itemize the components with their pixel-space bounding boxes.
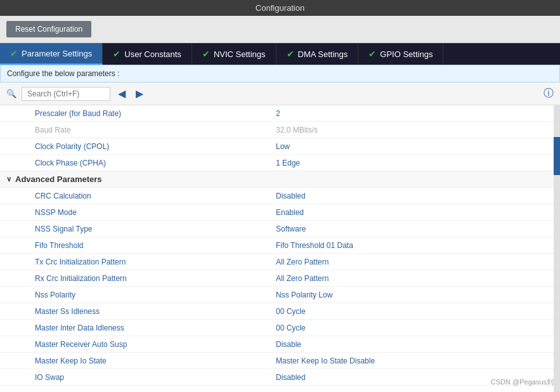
table-row: Rx Crc Initialization Pattern All Zero P… [0,270,554,287]
tab-label: GPIO Settings [380,49,433,59]
tab-label: User Constants [124,49,181,59]
table-row: Fifo Threshold Fifo Threshold 01 Data [0,237,554,254]
scrollbar-track[interactable] [554,105,560,392]
param-name: IO Swap [35,373,276,382]
table-row: Master Receiver Auto Susp Disable [0,336,554,353]
section-label: Advanced Parameters [15,174,102,184]
tab-parameter-settings[interactable]: ✔ Parameter Settings [0,43,103,65]
param-value: All Zero Pattern [276,274,329,283]
param-value: 32.0 MBits/s [276,126,318,134]
param-value: 00 Cycle [276,307,306,316]
tabs-bar: ✔ Parameter Settings ✔ User Constants ✔ … [0,43,560,65]
param-name: CRC Calculation [35,192,276,200]
table-row: NSS Signal Type Software [0,221,554,237]
advanced-params-list: CRC Calculation Disabled NSSP Mode Enabl… [0,188,554,386]
title-text: Configuration [256,3,304,13]
tab-check-icon: ✔ [287,49,294,59]
param-name: Rx Crc Initialization Pattern [35,274,276,283]
param-value: Software [276,225,306,233]
watermark: CSDN @Pegasus刘 [491,377,554,387]
param-name: NSSP Mode [35,208,276,217]
param-value: Disable [276,340,301,349]
table-row: Master Inter Data Idleness 00 Cycle [0,320,554,336]
table-row: Baud Rate 32.0 MBits/s [0,122,554,138]
param-value: Disabled [276,192,306,200]
param-name: NSS Signal Type [35,225,276,233]
param-name: Clock Phase (CPHA) [35,159,276,167]
info-button[interactable]: ⓘ [544,87,554,100]
content-area: Prescaler (for Baud Rate) 2 Baud Rate 32… [0,105,560,392]
search-icon: 🔍 [6,89,16,98]
tab-label: DMA Settings [298,49,348,59]
param-value: Disabled [276,373,306,382]
param-name: Master Inter Data Idleness [35,323,276,332]
search-bar: 🔍 ◀ ▶ ⓘ [0,82,560,105]
table-row: Clock Polarity (CPOL) Low [0,138,554,155]
tab-check-icon: ✔ [113,49,120,59]
param-value: Enabled [276,208,304,217]
scrollbar-thumb[interactable] [554,137,560,175]
table-row: IO Swap Disabled [0,369,554,386]
param-value: Fifo Threshold 01 Data [276,241,353,250]
tab-label: Parameter Settings [22,49,92,58]
tab-nvic-settings[interactable]: ✔ NVIC Settings [192,43,277,65]
table-row: CRC Calculation Disabled [0,188,554,204]
banner-text: Configure the below parameters : [7,69,119,78]
nav-next-button[interactable]: ▶ [133,86,146,101]
param-name: Fifo Threshold [35,241,276,250]
tab-dma-settings[interactable]: ✔ DMA Settings [277,43,359,65]
table-row: Clock Phase (CPHA) 1 Edge [0,155,554,171]
table-row: Tx Crc Initialization Pattern All Zero P… [0,254,554,270]
chevron-down-icon: ∨ [6,175,11,183]
reset-configuration-button[interactable]: Reset Configuration [6,21,91,37]
param-name: Master Receiver Auto Susp [35,340,276,349]
param-value: Nss Polarity Low [276,291,332,299]
tab-user-constants[interactable]: ✔ User Constants [103,43,192,65]
tab-gpio-settings[interactable]: ✔ GPIO Settings [358,43,443,65]
param-value: 2 [276,109,280,118]
table-row: Master Ss Idleness 00 Cycle [0,303,554,320]
param-name: Nss Polarity [35,291,276,299]
table-row: Prescaler (for Baud Rate) 2 [0,105,554,122]
section-header-advanced[interactable]: ∨ Advanced Parameters [0,171,554,188]
tab-check-icon: ✔ [10,48,18,58]
table-row: Master Keep Io State Master Keep Io Stat… [0,353,554,369]
nav-prev-button[interactable]: ◀ [115,86,128,101]
tab-check-icon: ✔ [368,49,376,59]
param-name: Master Ss Idleness [35,307,276,316]
table-row: Nss Polarity Nss Polarity Low [0,287,554,303]
param-value: Low [276,142,290,151]
param-value: Master Keep Io State Disable [276,356,375,365]
param-value: 1 Edge [276,159,300,167]
param-name: Baud Rate [35,126,276,134]
tab-check-icon: ✔ [202,49,210,59]
param-name: Tx Crc Initialization Pattern [35,258,276,266]
table-row: NSSP Mode Enabled [0,204,554,221]
param-value: 00 Cycle [276,323,306,332]
config-banner: Configure the below parameters : [0,65,560,82]
param-value: All Zero Pattern [276,258,329,266]
title-bar: Configuration [0,0,560,16]
toolbar: Reset Configuration [0,16,560,43]
param-name: Clock Polarity (CPOL) [35,142,276,151]
search-input[interactable] [22,87,110,101]
tab-label: NVIC Settings [214,49,266,59]
param-name: Prescaler (for Baud Rate) [35,109,276,118]
param-table: Prescaler (for Baud Rate) 2 Baud Rate 32… [0,105,554,392]
param-name: Master Keep Io State [35,356,276,365]
